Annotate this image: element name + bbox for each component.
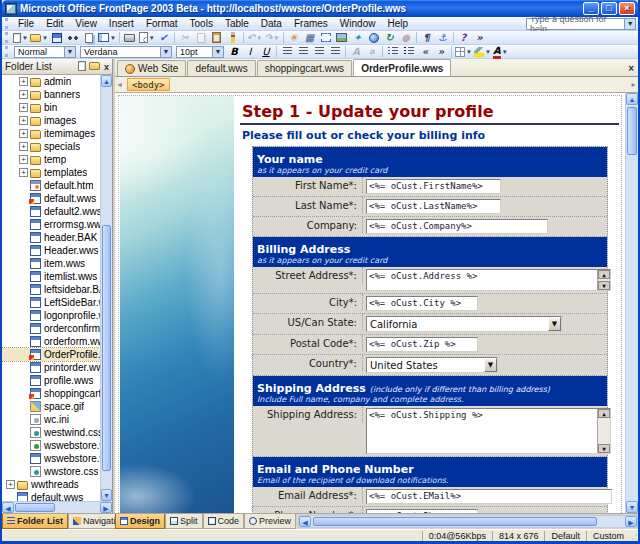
tree-item-wwthreads[interactable]: +wwthreads	[2, 478, 100, 491]
body-tag-chip[interactable]: <body>	[127, 78, 170, 91]
font-color-button[interactable]: A▼	[492, 45, 509, 58]
tree-item-header-wws[interactable]: Header.wws	[2, 244, 100, 257]
expander-plus-icon[interactable]: +	[6, 480, 15, 489]
grow-font-button[interactable]: A	[348, 45, 364, 58]
tree-item-admin[interactable]: +admin	[2, 75, 100, 88]
decrease-indent-button[interactable]: «	[417, 45, 433, 58]
tag-scroll-right-icon[interactable]: ▸	[629, 79, 638, 91]
scroll-down-icon[interactable]: ▼	[598, 281, 610, 290]
underline-button[interactable]: U	[258, 45, 274, 58]
tree-item-wswebstore-wsdl[interactable]: wswebstore.wsdl	[2, 439, 100, 452]
borders-button[interactable]: ▼	[454, 45, 473, 58]
folder-list-hscrollbar[interactable]: ◀ ▶	[2, 501, 112, 513]
expander-plus-icon[interactable]: +	[19, 168, 28, 177]
toolbar-options-button[interactable]: »	[472, 31, 488, 44]
tree-item-orderprofile-wws[interactable]: OrderProfile.wws	[2, 348, 100, 361]
scroll-up-icon[interactable]: ▲	[626, 93, 638, 105]
scrollbar-thumb[interactable]	[15, 503, 55, 512]
help-button[interactable]: ?	[456, 31, 472, 44]
folder-tree-scrollbar[interactable]: ▲ ▼	[100, 75, 112, 501]
scroll-down-icon[interactable]: ▼	[101, 489, 112, 501]
expander-plus-icon[interactable]: +	[19, 129, 28, 138]
postal-code-input[interactable]: <%= oCust.Zip %>	[366, 337, 478, 352]
new-folder-icon[interactable]	[89, 62, 100, 70]
menu-frames[interactable]: Frames	[288, 18, 334, 29]
scroll-left-icon[interactable]: ◀	[299, 516, 311, 527]
tree-item-default2-wws[interactable]: default2.wws	[2, 205, 100, 218]
us-can-state-select[interactable]: California▼	[366, 316, 562, 332]
view-tab-design[interactable]: Design	[115, 514, 165, 529]
menu-insert[interactable]: Insert	[103, 18, 140, 29]
menu-format[interactable]: Format	[140, 18, 184, 29]
document-vscrollbar[interactable]: ▲ ▼	[625, 93, 638, 513]
expander-plus-icon[interactable]: +	[19, 90, 28, 99]
tree-item-wc-ini[interactable]: wc.ini	[2, 413, 100, 426]
tree-item-templates[interactable]: +templates	[2, 166, 100, 179]
tag-scroll-left-icon[interactable]: ◂	[115, 79, 124, 91]
tree-item-bin[interactable]: +bin	[2, 101, 100, 114]
tree-item-default-wws[interactable]: default.wws	[2, 192, 100, 205]
tree-item-default-htm[interactable]: default.htm	[2, 179, 100, 192]
menu-file[interactable]: File	[12, 18, 40, 29]
refresh-button[interactable]: ↻	[382, 31, 398, 44]
bullet-list-button[interactable]	[401, 45, 417, 58]
company-input[interactable]: <%= oCust.Company%>	[366, 219, 548, 234]
chevron-down-icon[interactable]: ▼	[624, 19, 635, 29]
chevron-down-icon[interactable]: ▼	[212, 47, 223, 57]
tree-item-printorder-wws[interactable]: printorder.wws	[2, 361, 100, 374]
textarea-scrollbar[interactable]: ▲▼	[597, 270, 610, 290]
show-all-button[interactable]: ¶	[419, 31, 435, 44]
format-painter-button[interactable]	[225, 31, 241, 44]
preview-browser-button[interactable]: ▼	[138, 31, 156, 44]
italic-button[interactable]: I	[242, 45, 258, 58]
help-question-box[interactable]: Type a question for help ▼	[526, 18, 636, 30]
bold-button[interactable]: B	[226, 45, 242, 58]
menu-window[interactable]: Window	[334, 18, 382, 29]
increase-indent-button[interactable]: »	[433, 45, 449, 58]
scroll-up-icon[interactable]: ▲	[101, 75, 112, 87]
menu-view[interactable]: View	[69, 18, 103, 29]
new-page-button[interactable]: ▼	[12, 31, 29, 44]
save-button[interactable]	[49, 31, 65, 44]
document-hscrollbar[interactable]: ◀ ▶	[298, 515, 638, 528]
menu-edit[interactable]: Edit	[40, 18, 69, 29]
open-button[interactable]: ▼	[29, 31, 49, 44]
web-component-button[interactable]: ✳	[286, 31, 302, 44]
undo-button[interactable]: ↶▼	[246, 31, 263, 44]
street-address-textarea[interactable]: <%= oCust.Address %>▲▼	[366, 269, 611, 291]
tree-item-space-gif[interactable]: space.gif	[2, 400, 100, 413]
scrollbar-thumb[interactable]	[627, 107, 637, 155]
expander-plus-icon[interactable]: +	[19, 142, 28, 151]
tree-item-itemlist-wws[interactable]: itemlist.wws	[2, 270, 100, 283]
scrollbar-thumb[interactable]	[313, 517, 597, 526]
scroll-up-icon[interactable]: ▲	[598, 270, 610, 279]
scroll-down-icon[interactable]: ▼	[626, 501, 638, 513]
tree-item-wswebstore-wwsoap[interactable]: wswebstore.wwsoap	[2, 452, 100, 465]
tree-item-specials[interactable]: +specials	[2, 140, 100, 153]
expander-plus-icon[interactable]: +	[19, 77, 28, 86]
tree-item-orderconfirmation-wws[interactable]: orderconfirmation.wws	[2, 322, 100, 335]
email-address-input[interactable]: <%= oCust.EMail%>	[366, 489, 612, 504]
resize-grip[interactable]	[630, 531, 638, 541]
copy-button[interactable]	[193, 31, 209, 44]
scrollbar-thumb[interactable]	[102, 225, 111, 471]
menu-help[interactable]: Help	[381, 18, 414, 29]
align-right-button[interactable]	[311, 45, 327, 58]
view-tab-preview[interactable]: Preview	[244, 514, 296, 529]
chevron-down-icon[interactable]: ▼	[160, 47, 171, 57]
tree-item-profile-wws[interactable]: profile.wws	[2, 374, 100, 387]
print-button[interactable]	[122, 31, 138, 44]
view-tab-code[interactable]: Code	[203, 514, 245, 529]
redo-button[interactable]: ↷▼	[263, 31, 280, 44]
phone-number-input[interactable]: <%= oCust.Phone%>	[366, 509, 478, 513]
tree-item-errormsg-wws[interactable]: errormsg.wws	[2, 218, 100, 231]
font-size-combo[interactable]: 10pt ▼	[176, 46, 224, 58]
tree-item-images[interactable]: +images	[2, 114, 100, 127]
tree-item-temp[interactable]: +temp	[2, 153, 100, 166]
stop-button[interactable]: ●	[398, 31, 414, 44]
tab-default-wws[interactable]: default.wws	[187, 60, 255, 76]
cut-button[interactable]: ✂	[177, 31, 193, 44]
scroll-right-icon[interactable]: ▶	[625, 516, 637, 527]
expander-plus-icon[interactable]: +	[19, 103, 28, 112]
chevron-down-icon[interactable]: ▼	[484, 358, 497, 372]
